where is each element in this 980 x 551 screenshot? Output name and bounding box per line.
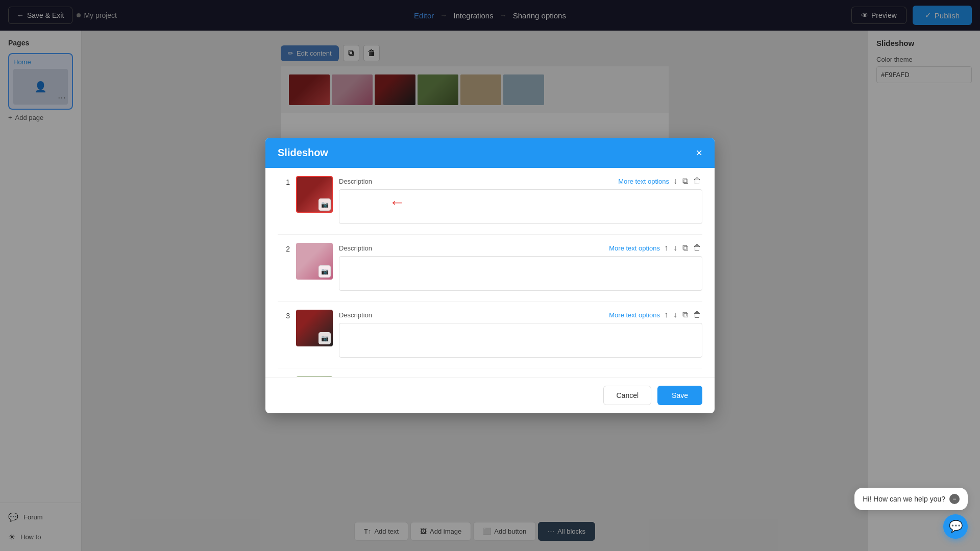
modal-backdrop[interactable]: Slideshow × 1 📷 Description More bbox=[0, 0, 980, 551]
slide-content-2: Description More text options ↑ ↓ ⧉ 🗑 bbox=[339, 243, 702, 293]
slide-copy-btn-2[interactable]: ⧉ bbox=[681, 243, 689, 253]
slide-thumb-container-4 bbox=[296, 377, 333, 377]
slide-down-btn-1[interactable]: ↓ bbox=[672, 176, 678, 186]
slide-more-text-btn-2[interactable]: More text options bbox=[609, 244, 660, 252]
slide-down-btn-3[interactable]: ↓ bbox=[672, 310, 678, 320]
slide-thumb-container-3: 📷 bbox=[296, 310, 333, 346]
slide-actions-2: More text options ↑ ↓ ⧉ 🗑 bbox=[609, 243, 702, 253]
cancel-button[interactable]: Cancel bbox=[603, 386, 651, 405]
slide-delete-btn-3[interactable]: 🗑 bbox=[692, 310, 702, 320]
modal-close-button[interactable]: × bbox=[696, 147, 702, 159]
slide-content-3: Description More text options ↑ ↓ ⧉ 🗑 bbox=[339, 310, 702, 360]
slide-textarea-2[interactable] bbox=[339, 256, 702, 291]
modal-header: Slideshow × bbox=[265, 138, 715, 168]
chat-message: Hi! How can we help you? bbox=[863, 495, 945, 503]
slide-row-1: 1 📷 Description More text options ↓ ⧉ bbox=[278, 168, 702, 235]
modal-footer: Cancel Save bbox=[265, 377, 715, 413]
slide-thumb-container-1: 📷 bbox=[296, 176, 333, 213]
slide-desc-label-1: Description bbox=[339, 178, 372, 185]
slide-camera-btn-3[interactable]: 📷 bbox=[318, 332, 331, 344]
slide-thumb-4 bbox=[296, 377, 333, 377]
chat-open-button[interactable]: 💬 bbox=[943, 514, 968, 539]
slide-camera-btn-2[interactable]: 📷 bbox=[318, 265, 331, 278]
slide-more-text-btn-1[interactable]: More text options bbox=[618, 178, 669, 185]
slide-row-3: 3 📷 Description More text options ↑ ↓ bbox=[278, 302, 702, 368]
slide-number-2: 2 bbox=[278, 243, 290, 253]
slide-up-btn-3[interactable]: ↑ bbox=[663, 310, 669, 320]
slide-content-1: Description More text options ↓ ⧉ 🗑 bbox=[339, 176, 702, 226]
slide-row-4: 4 Description More text options ↑ ↓ ⧉ 🗑 bbox=[278, 368, 702, 377]
save-button[interactable]: Save bbox=[657, 386, 702, 405]
slide-textarea-3[interactable] bbox=[339, 323, 702, 358]
slide-textarea-1[interactable] bbox=[339, 189, 702, 224]
camera-icon-1: 📷 bbox=[321, 201, 329, 208]
slide-thumb-container-2: 📷 bbox=[296, 243, 333, 280]
slide-number-1: 1 bbox=[278, 176, 290, 186]
chat-widget: Hi! How can we help you? − 💬 bbox=[854, 488, 968, 539]
messenger-icon: 💬 bbox=[949, 520, 963, 533]
slide-delete-btn-1[interactable]: 🗑 bbox=[692, 176, 702, 186]
slide-actions-1: More text options ↓ ⧉ 🗑 bbox=[618, 176, 702, 186]
slide-desc-label-2: Description bbox=[339, 244, 372, 252]
slide-number-3: 3 bbox=[278, 310, 290, 320]
slide-desc-label-3: Description bbox=[339, 311, 372, 319]
slide-row-2: 2 📷 Description More text options ↑ ↓ bbox=[278, 235, 702, 302]
slide-more-text-btn-3[interactable]: More text options bbox=[609, 311, 660, 319]
slide-delete-btn-2[interactable]: 🗑 bbox=[692, 243, 702, 253]
modal-body[interactable]: 1 📷 Description More text options ↓ ⧉ bbox=[265, 168, 715, 377]
chat-close-button[interactable]: − bbox=[949, 494, 960, 504]
modal-title: Slideshow bbox=[278, 147, 328, 159]
slide-copy-btn-3[interactable]: ⧉ bbox=[681, 310, 689, 320]
slide-down-btn-2[interactable]: ↓ bbox=[672, 243, 678, 253]
slide-copy-btn-1[interactable]: ⧉ bbox=[681, 176, 689, 186]
slideshow-modal: Slideshow × 1 📷 Description More bbox=[265, 138, 715, 413]
slide-up-btn-2[interactable]: ↑ bbox=[663, 243, 669, 253]
minus-icon: − bbox=[952, 496, 956, 502]
slide-actions-3: More text options ↑ ↓ ⧉ 🗑 bbox=[609, 310, 702, 320]
slide-camera-btn-1[interactable]: 📷 bbox=[318, 198, 331, 211]
chat-bubble: Hi! How can we help you? − bbox=[854, 488, 968, 510]
camera-icon-3: 📷 bbox=[321, 335, 329, 342]
camera-icon-2: 📷 bbox=[321, 268, 329, 275]
